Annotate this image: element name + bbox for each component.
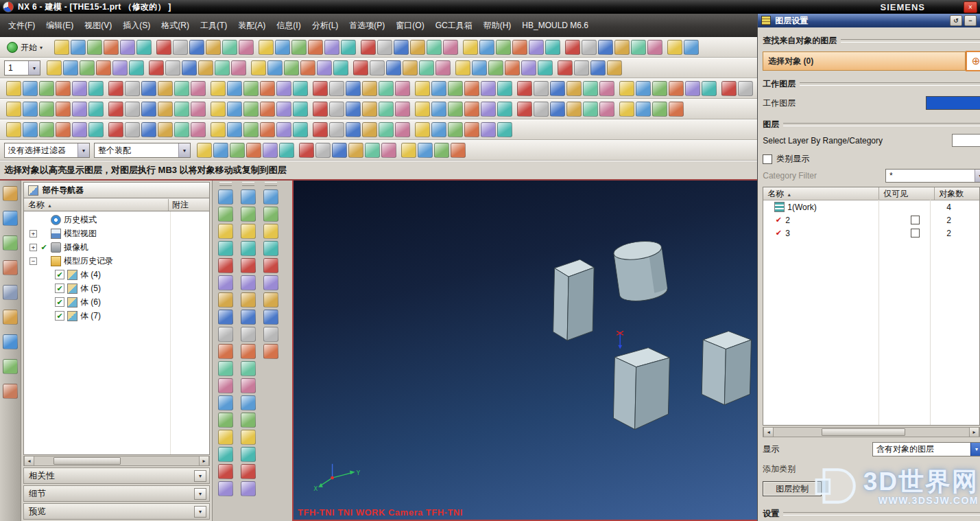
edit-object-display-2[interactable]: [218, 327, 233, 342]
combine-curve[interactable]: [243, 102, 259, 117]
more-feature-v[interactable]: [241, 481, 256, 496]
menu-item[interactable]: GC工具箱: [430, 18, 478, 34]
wcs-orient[interactable]: [218, 413, 233, 428]
mesh-surface[interactable]: [263, 258, 278, 273]
orange-bar[interactable]: [211, 122, 226, 137]
navigator-section-header[interactable]: 预览: [23, 503, 210, 520]
snap-point-on-curve[interactable]: [125, 122, 140, 137]
dashed-rectangle-select[interactable]: [213, 143, 228, 158]
sketch-orient[interactable]: [505, 60, 520, 76]
column-note[interactable]: 附注: [168, 199, 209, 211]
solid-body-box-1[interactable]: [553, 259, 595, 340]
smooth-spline[interactable]: [431, 102, 446, 117]
inferred-constraint[interactable]: [488, 60, 503, 76]
curve-v[interactable]: [263, 207, 278, 222]
pocket-feature[interactable]: [211, 81, 226, 96]
object-info[interactable]: [631, 40, 646, 55]
rectangle-pick[interactable]: [218, 207, 233, 222]
invert-shown[interactable]: [218, 361, 233, 376]
curvature-graph[interactable]: [517, 102, 532, 117]
zoom-in[interactable]: [259, 40, 274, 55]
history-palette-tab[interactable]: [3, 334, 18, 349]
cylinder-v[interactable]: [241, 310, 256, 325]
teal-bar-1[interactable]: [158, 122, 173, 137]
circle-curve[interactable]: [39, 102, 54, 117]
menu-item[interactable]: 帮助(H): [478, 18, 517, 34]
select-all[interactable]: [365, 143, 380, 158]
alert-tool[interactable]: [313, 122, 328, 137]
arc-curve[interactable]: [23, 102, 38, 117]
layer-column-name[interactable]: 名称: [763, 187, 879, 200]
point-set[interactable]: [125, 102, 140, 117]
helix-curve[interactable]: [88, 102, 104, 117]
more-a[interactable]: [448, 122, 463, 137]
gear-tool[interactable]: [260, 122, 275, 137]
copy[interactable]: [120, 40, 135, 55]
tree-checkbox[interactable]: ✔: [55, 270, 64, 279]
system-materials-tab[interactable]: [3, 359, 18, 374]
sketch-reattach[interactable]: [521, 60, 536, 76]
swept-v[interactable]: [263, 241, 278, 256]
datum-plane[interactable]: [6, 81, 21, 96]
profile-line[interactable]: [63, 60, 78, 76]
fit-spline[interactable]: [464, 102, 479, 117]
display-filter-combo[interactable]: 含有对象的图层: [872, 442, 980, 456]
ellipse-sketch[interactable]: [182, 60, 197, 76]
cycle-selection[interactable]: [401, 143, 416, 158]
uv-grid[interactable]: [481, 102, 496, 117]
category-display-checkbox[interactable]: [763, 154, 772, 164]
orient-view[interactable]: [427, 40, 442, 55]
toolbar-grip[interactable]: [219, 182, 232, 186]
refresh-analysis[interactable]: [652, 102, 667, 117]
isoparametric-curve[interactable]: [329, 102, 344, 117]
scale-body[interactable]: [431, 81, 446, 96]
xform-v[interactable]: [263, 292, 278, 308]
tree-expander[interactable]: +: [29, 244, 37, 251]
tree-item[interactable]: − 模型历史记录: [24, 254, 209, 268]
style-dropdown[interactable]: [496, 40, 511, 55]
show-hide[interactable]: [218, 344, 233, 359]
more-feature[interactable]: [738, 81, 753, 96]
through-curves[interactable]: [636, 81, 651, 96]
sew-surface[interactable]: [346, 81, 361, 96]
part-navigator-tab[interactable]: [3, 235, 18, 251]
solid-body-box-3[interactable]: [702, 331, 751, 404]
dwg-export-1[interactable]: [362, 122, 377, 137]
sweep-along-guide[interactable]: [583, 81, 598, 96]
snap-mid[interactable]: [39, 122, 54, 137]
revolve[interactable]: [88, 81, 104, 96]
rib-feature[interactable]: [243, 81, 259, 96]
pan-view[interactable]: [291, 40, 307, 55]
edge-select[interactable]: [279, 143, 294, 158]
capture-image[interactable]: [418, 143, 433, 158]
offset-curve-2[interactable]: [158, 102, 173, 117]
menu-item[interactable]: 格式(R): [156, 18, 195, 34]
move-face[interactable]: [721, 81, 737, 96]
layer-control-button[interactable]: 图层控制: [763, 481, 822, 496]
point-v[interactable]: [241, 241, 256, 256]
offset-curve[interactable]: [231, 60, 246, 76]
layer-column-visible-only[interactable]: 仅可见: [879, 187, 935, 200]
print[interactable]: [189, 40, 204, 55]
menu-item[interactable]: 插入(S): [117, 18, 156, 34]
thicken-sheet[interactable]: [415, 81, 430, 96]
circle-tool[interactable]: [96, 60, 111, 76]
face-edges-display[interactable]: [218, 292, 233, 308]
line-curve[interactable]: [6, 102, 21, 117]
fillet-sketch[interactable]: [112, 60, 128, 76]
selection-filter-combo[interactable]: 没有选择过滤器: [4, 143, 90, 158]
edit-parameters[interactable]: [574, 60, 589, 76]
update-model[interactable]: [538, 60, 553, 76]
angle-measure[interactable]: [566, 102, 582, 117]
text-feature[interactable]: [669, 81, 684, 96]
fit-view-2[interactable]: [218, 447, 233, 462]
bridge-curve[interactable]: [174, 102, 189, 117]
studio-display[interactable]: [218, 275, 233, 290]
menu-item[interactable]: 编辑(E): [40, 18, 79, 34]
hd3d-tools-tab[interactable]: [3, 285, 18, 300]
tree-expander[interactable]: −: [29, 257, 37, 265]
layer-table-row[interactable]: ✔ 3 2: [763, 227, 979, 240]
layer-column-object-count[interactable]: 对象数: [935, 187, 979, 200]
show-object[interactable]: [590, 60, 606, 76]
datum-plane-v[interactable]: [241, 189, 256, 205]
